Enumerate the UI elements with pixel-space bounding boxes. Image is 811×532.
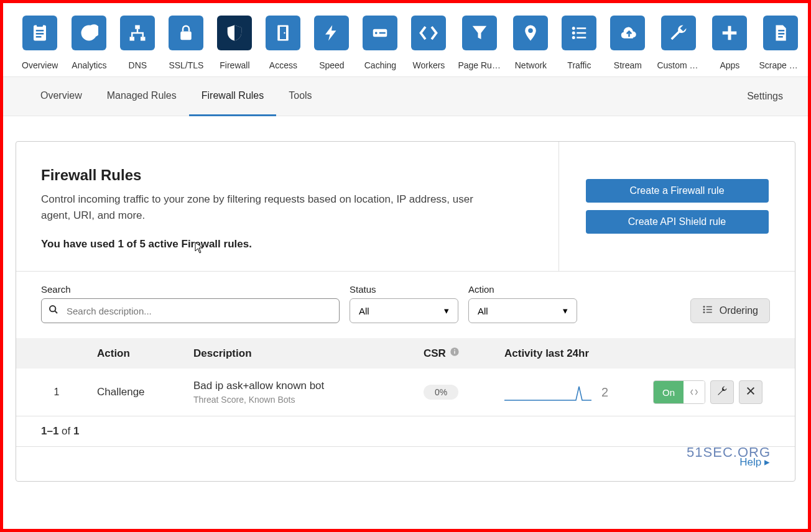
nav-item-stream[interactable]: Stream [610,16,645,70]
action-select[interactable]: All ▾ [468,298,577,323]
nav-item-analytics[interactable]: Analytics [72,16,106,70]
tab-overview[interactable]: Overview [28,76,95,116]
row-description[interactable]: Bad ip ask+allow known bot Threat Score,… [193,380,424,405]
chevron-down-icon: ▾ [563,305,568,316]
nav-item-dns[interactable]: DNS [120,16,155,70]
col-description: Description [193,347,424,360]
page-description: Control incoming traffic to your zone by… [41,191,476,223]
svg-rect-34 [707,312,712,313]
nav-label: Traffic [567,60,591,70]
nav-item-ssl-tls[interactable]: SSL/TLS [169,16,203,70]
bolt-icon [314,16,349,50]
nav-item-apps[interactable]: Apps [712,16,747,70]
nav-item-page-rules[interactable]: Page Rules [460,16,499,70]
svg-rect-25 [779,33,785,35]
angles-icon [411,16,446,50]
nav-label: Firewall [220,60,249,70]
nav-label: Page Rules [458,60,501,70]
svg-point-31 [703,309,705,311]
nav-item-custom-pa-[interactable]: Custom Pa... [659,16,698,70]
svg-point-13 [375,32,378,34]
svg-point-18 [572,32,575,35]
page-title: Firewall Rules [41,167,534,184]
nav-item-workers[interactable]: Workers [411,16,446,70]
help-row: Help ▸ [16,446,795,481]
edit-button[interactable] [710,380,734,404]
action-label: Action [468,284,577,295]
col-activity: Activity last 24hr [504,347,626,360]
create-api-shield-rule-button[interactable]: Create API Shield rule [586,210,769,234]
svg-rect-5 [136,25,141,29]
nav-label: Speed [319,60,344,70]
pin-icon [513,16,548,50]
ordering-button[interactable]: Ordering [690,298,770,323]
svg-point-33 [703,311,705,313]
nav-item-scrape-shi-[interactable]: Scrape Shi... [761,16,800,70]
info-icon[interactable] [450,347,460,360]
nav-label: SSL/TLS [169,60,203,70]
row-csr: 0% [424,385,504,400]
pagination: 1–1 of 1 [16,416,795,446]
search-input[interactable] [41,298,340,323]
drive-icon [363,16,397,50]
svg-rect-23 [723,32,737,35]
nav-label: Scrape Shi... [759,60,802,70]
svg-rect-19 [577,32,586,34]
svg-rect-17 [577,27,586,29]
svg-point-16 [572,27,575,30]
nav-item-network[interactable]: Network [513,16,548,70]
delete-button[interactable] [739,380,762,404]
svg-rect-3 [36,33,44,35]
svg-rect-2 [36,30,44,32]
table-row: 1 Challenge Bad ip ask+allow known bot T… [16,369,795,416]
nav-label: DNS [129,60,147,70]
svg-rect-24 [779,30,785,32]
svg-line-28 [55,311,57,313]
tab-tools[interactable]: Tools [276,76,324,116]
row-activity: 2 [504,383,626,401]
nav-label: Caching [364,60,396,70]
wrench-icon [716,385,728,400]
create-firewall-rule-button[interactable]: Create a Firewall rule [586,179,769,203]
nav-item-access[interactable]: Access [266,16,300,70]
search-label: Search [41,284,340,295]
nav-label: Apps [720,60,739,70]
nav-label: Workers [412,60,445,70]
nav-label: Access [269,60,297,70]
top-nav: OverviewAnalyticsDNSSSL/TLSFirewallAcces… [3,3,808,76]
svg-rect-6 [130,37,135,40]
list-icon [562,16,596,50]
svg-point-27 [50,306,55,311]
nav-label: Analytics [72,60,106,70]
close-icon [746,386,756,399]
nav-item-firewall[interactable]: Firewall [217,16,252,70]
svg-rect-26 [779,36,784,38]
nav-label: Custom Pa... [657,60,700,70]
row-action: Challenge [97,386,193,398]
rule-toggle[interactable]: On [653,380,705,404]
svg-point-29 [703,306,705,308]
svg-point-20 [572,36,575,39]
cloud-icon [610,16,645,50]
nav-item-speed[interactable]: Speed [314,16,349,70]
nav-item-caching[interactable]: Caching [363,16,397,70]
nav-item-overview[interactable]: Overview [22,16,58,70]
sitemap-icon [120,16,155,50]
door-icon [266,16,300,50]
pie-icon [72,16,106,50]
tab-firewall-rules[interactable]: Firewall Rules [189,76,276,116]
svg-rect-37 [454,349,455,350]
tab-managed-rules[interactable]: Managed Rules [95,76,189,116]
nav-label: Overview [22,60,58,70]
col-action: Action [97,347,193,360]
page-icon [763,16,798,50]
col-csr: CSR [424,347,504,360]
ordering-icon [702,304,713,318]
nav-label: Stream [614,60,642,70]
nav-item-traffic[interactable]: Traffic [562,16,596,70]
svg-rect-1 [37,24,43,27]
status-select[interactable]: All ▾ [350,298,458,323]
settings-link[interactable]: Settings [747,91,783,102]
svg-rect-32 [707,309,712,310]
nav-label: Network [515,60,547,70]
